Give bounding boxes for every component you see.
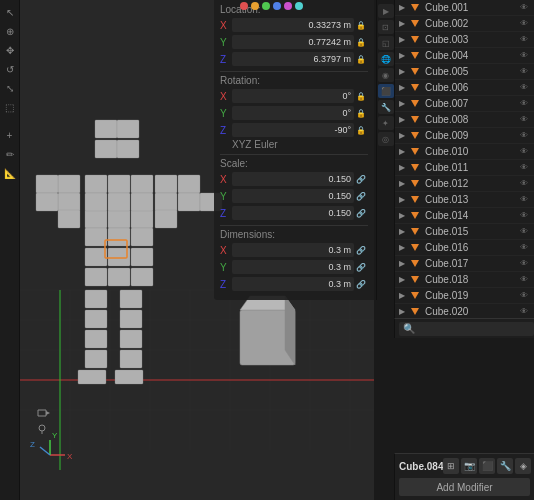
modifier-icon-2[interactable]: 📷 xyxy=(461,458,477,474)
rotation-y-field[interactable] xyxy=(232,106,354,120)
tab-physics[interactable]: ◎ xyxy=(378,132,394,146)
visibility-icon[interactable]: 👁 xyxy=(520,195,530,204)
lock-dx-icon[interactable]: 🔗 xyxy=(356,246,368,255)
tab-scene[interactable]: 🌐 xyxy=(378,52,394,66)
modifier-icon-3[interactable]: ⬛ xyxy=(479,458,495,474)
scene-item[interactable]: ▶ Cube.008 👁 xyxy=(395,112,534,128)
scene-item[interactable]: ▶ Cube.017 👁 xyxy=(395,256,534,272)
expand-arrow: ▶ xyxy=(399,243,409,252)
visibility-icon[interactable]: 👁 xyxy=(520,67,530,76)
lock-z-icon[interactable]: 🔒 xyxy=(356,55,368,64)
scene-item[interactable]: ▶ Cube.016 👁 xyxy=(395,240,534,256)
tab-render[interactable]: ▶ xyxy=(378,4,394,18)
scale-icon[interactable]: ⤡ xyxy=(2,80,18,96)
visibility-icon[interactable]: 👁 xyxy=(520,307,530,316)
scene-item[interactable]: ▶ Cube.011 👁 xyxy=(395,160,534,176)
lock-sx-icon[interactable]: 🔗 xyxy=(356,175,368,184)
scale-x-field[interactable] xyxy=(232,172,354,186)
visibility-icon[interactable]: 👁 xyxy=(520,35,530,44)
tab-modifier[interactable]: 🔧 xyxy=(378,100,394,114)
visibility-icon[interactable]: 👁 xyxy=(520,163,530,172)
move-icon[interactable]: ✥ xyxy=(2,42,18,58)
modifier-icon-4[interactable]: 🔧 xyxy=(497,458,513,474)
location-z-field[interactable] xyxy=(232,52,354,66)
visibility-icon[interactable]: 👁 xyxy=(520,275,530,284)
scene-item[interactable]: ▶ Cube.009 👁 xyxy=(395,128,534,144)
scene-item[interactable]: ▶ Cube.001 👁 xyxy=(395,0,534,16)
dim-z-field[interactable] xyxy=(232,277,354,291)
lock-dy-icon[interactable]: 🔗 xyxy=(356,263,368,272)
scene-item[interactable]: ▶ Cube.018 👁 xyxy=(395,272,534,288)
cursor-icon[interactable]: ⊕ xyxy=(2,23,18,39)
tab-particles[interactable]: ✦ xyxy=(378,116,394,130)
add-object-icon[interactable]: + xyxy=(2,127,18,143)
color-ball-green xyxy=(262,2,270,10)
tab-world[interactable]: ◉ xyxy=(378,68,394,82)
visibility-icon[interactable]: 👁 xyxy=(520,83,530,92)
scene-item[interactable]: ▶ Cube.019 👁 xyxy=(395,288,534,304)
lock-ry-icon[interactable]: 🔒 xyxy=(356,109,368,118)
scene-item[interactable]: ▶ Cube.004 👁 xyxy=(395,48,534,64)
lock-rx-icon[interactable]: 🔒 xyxy=(356,92,368,101)
lock-sy-icon[interactable]: 🔗 xyxy=(356,192,368,201)
scene-item[interactable]: ▶ Cube.012 👁 xyxy=(395,176,534,192)
color-ball-red xyxy=(240,2,248,10)
sy-axis-label: Y xyxy=(220,191,232,202)
mesh-object-icon xyxy=(409,162,421,174)
dim-y-field[interactable] xyxy=(232,260,354,274)
modifier-icon-5[interactable]: ◈ xyxy=(515,458,531,474)
scene-item[interactable]: ▶ Cube.014 👁 xyxy=(395,208,534,224)
location-y-field[interactable] xyxy=(232,35,354,49)
visibility-icon[interactable]: 👁 xyxy=(520,227,530,236)
visibility-icon[interactable]: 👁 xyxy=(520,243,530,252)
color-ball-purple xyxy=(284,2,292,10)
tab-output[interactable]: ⊡ xyxy=(378,20,394,34)
scene-item[interactable]: ▶ Cube.006 👁 xyxy=(395,80,534,96)
scene-item[interactable]: ▶ Cube.010 👁 xyxy=(395,144,534,160)
tab-view-layer[interactable]: ◱ xyxy=(378,36,394,50)
modifier-icons-group: ⊞ 📷 ⬛ 🔧 ◈ xyxy=(443,458,531,474)
select-icon[interactable]: ↖ xyxy=(2,4,18,20)
expand-arrow: ▶ xyxy=(399,259,409,268)
scale-y-field[interactable] xyxy=(232,189,354,203)
rotate-icon[interactable]: ↺ xyxy=(2,61,18,77)
visibility-icon[interactable]: 👁 xyxy=(520,51,530,60)
lock-rz-icon[interactable]: 🔒 xyxy=(356,126,368,135)
visibility-icon[interactable]: 👁 xyxy=(520,19,530,28)
modifier-icon-1[interactable]: ⊞ xyxy=(443,458,459,474)
add-modifier-button[interactable]: Add Modifier xyxy=(399,478,530,496)
visibility-icon[interactable]: 👁 xyxy=(520,211,530,220)
dim-x-field[interactable] xyxy=(232,243,354,257)
scene-item[interactable]: ▶ Cube.015 👁 xyxy=(395,224,534,240)
lock-y-icon[interactable]: 🔒 xyxy=(356,38,368,47)
visibility-icon[interactable]: 👁 xyxy=(520,291,530,300)
svg-rect-22 xyxy=(120,330,142,348)
annotate-icon[interactable]: ✏ xyxy=(2,146,18,162)
tab-object-properties[interactable]: ⬛ xyxy=(378,84,394,98)
scene-item[interactable]: ▶ Cube.003 👁 xyxy=(395,32,534,48)
visibility-icon[interactable]: 👁 xyxy=(520,179,530,188)
visibility-icon[interactable]: 👁 xyxy=(520,259,530,268)
lock-sz-icon[interactable]: 🔗 xyxy=(356,209,368,218)
lock-dz-icon[interactable]: 🔗 xyxy=(356,280,368,289)
scene-item[interactable]: ▶ Cube.002 👁 xyxy=(395,16,534,32)
measure-icon[interactable]: 📐 xyxy=(2,165,18,181)
location-x-field[interactable] xyxy=(232,18,354,32)
scene-item[interactable]: ▶ Cube.007 👁 xyxy=(395,96,534,112)
scale-z-field[interactable] xyxy=(232,206,354,220)
visibility-icon[interactable]: 👁 xyxy=(520,99,530,108)
lock-x-icon[interactable]: 🔒 xyxy=(356,21,368,30)
scene-item[interactable]: ▶ Cube.005 👁 xyxy=(395,64,534,80)
visibility-icon[interactable]: 👁 xyxy=(520,115,530,124)
visibility-icon[interactable]: 👁 xyxy=(520,131,530,140)
visibility-icon[interactable]: 👁 xyxy=(520,3,530,12)
rotation-z-field[interactable] xyxy=(232,123,354,137)
expand-arrow: ▶ xyxy=(399,147,409,156)
svg-rect-53 xyxy=(155,175,177,193)
transform-icon[interactable]: ⬚ xyxy=(2,99,18,115)
visibility-icon[interactable]: 👁 xyxy=(520,147,530,156)
active-object-label: Cube.084 xyxy=(399,461,443,472)
scene-item[interactable]: ▶ Cube.013 👁 xyxy=(395,192,534,208)
rotation-x-field[interactable] xyxy=(232,89,354,103)
scene-search-input[interactable] xyxy=(399,322,534,336)
